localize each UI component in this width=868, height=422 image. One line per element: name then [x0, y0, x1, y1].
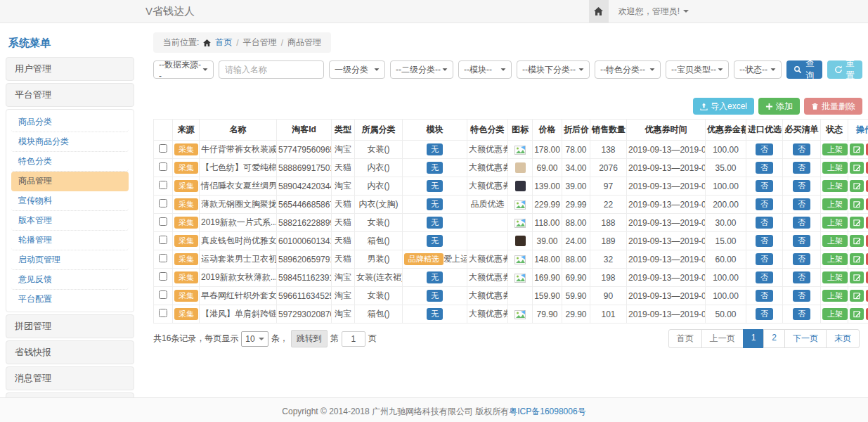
must-buy-toggle-button[interactable]: 否	[793, 180, 810, 192]
edit-button[interactable]	[850, 290, 864, 302]
sidebar-item-module-product-category[interactable]: 模块商品分类	[11, 132, 129, 152]
sidebar-group-order-management[interactable]: 订单管理	[6, 392, 134, 397]
status-button[interactable]: 上架	[822, 253, 848, 265]
search-button[interactable]: 查询	[786, 60, 822, 79]
must-buy-toggle-button[interactable]: 否	[793, 198, 810, 210]
jump-button[interactable]: 跳转到	[291, 330, 328, 347]
sidebar-item-carousel-management[interactable]: 轮播管理	[11, 231, 129, 250]
must-buy-toggle-button[interactable]: 否	[793, 271, 810, 283]
sidebar-group-user-management[interactable]: 用户管理	[6, 57, 134, 81]
edit-button[interactable]	[850, 253, 864, 265]
breadcrumb-home-link[interactable]: 首页	[215, 37, 232, 49]
imported-cell: 否	[746, 250, 783, 269]
import-excel-button[interactable]: 导入excel	[693, 98, 754, 115]
status-select[interactable]: --状态--	[734, 60, 782, 79]
edit-button[interactable]	[850, 235, 864, 247]
image-icon	[514, 217, 526, 227]
row-checkbox[interactable]	[159, 181, 167, 189]
must-buy-toggle-button[interactable]: 否	[793, 162, 810, 174]
sidebar-item-feature-category[interactable]: 特色分类	[11, 152, 129, 172]
status-button[interactable]: 上架	[822, 162, 848, 174]
row-checkbox[interactable]	[159, 162, 167, 171]
level2-category-select[interactable]: --二级分类--	[390, 60, 453, 79]
sidebar-group-platform-management[interactable]: 平台管理	[6, 83, 134, 107]
row-checkbox[interactable]	[159, 144, 167, 153]
page-button-末页[interactable]: 末页	[826, 329, 860, 348]
page-button-上一页[interactable]: 上一页	[701, 329, 744, 348]
imported-toggle-button[interactable]: 否	[756, 143, 773, 155]
status-button[interactable]: 上架	[822, 180, 848, 192]
sidebar-group-group-buy-management[interactable]: 拼团管理	[6, 314, 134, 338]
sidebar-item-splash-page-management[interactable]: 启动页管理	[11, 250, 129, 270]
ops-cell	[848, 177, 868, 196]
status-button[interactable]: 上架	[822, 143, 848, 155]
page-button-首页[interactable]: 首页	[668, 329, 702, 348]
must-buy-toggle-button[interactable]: 否	[793, 235, 810, 247]
user-menu[interactable]: 欢迎您，管理员!	[618, 6, 689, 18]
row-checkbox[interactable]	[159, 290, 167, 299]
icon-cell	[508, 269, 533, 287]
data-source-select[interactable]: --数据来源--	[153, 60, 214, 79]
imported-toggle-button[interactable]: 否	[756, 198, 773, 210]
row-checkbox[interactable]	[159, 199, 167, 207]
sidebar-group-message-management[interactable]: 消息管理	[6, 366, 134, 390]
imported-toggle-button[interactable]: 否	[756, 235, 773, 247]
page-number-input[interactable]	[342, 331, 365, 347]
must-buy-toggle-button[interactable]: 否	[793, 253, 810, 265]
status-button[interactable]: 上架	[822, 271, 848, 283]
per-page-select[interactable]: 10	[241, 331, 268, 347]
sidebar-item-version-management[interactable]: 版本管理	[11, 211, 129, 231]
module-select[interactable]: --模块--	[458, 60, 512, 79]
coupon-time-cell: 2019-09-13—2019-09-17	[627, 269, 706, 287]
sidebar-item-product-category[interactable]: 商品分类	[11, 113, 129, 132]
feature-category-select[interactable]: --特色分类--	[595, 60, 661, 79]
sidebar-item-product-management[interactable]: 商品管理	[11, 172, 129, 191]
item-type-select[interactable]: --宝贝类型--	[666, 60, 729, 79]
status-button[interactable]: 上架	[822, 198, 848, 210]
sidebar-group-saving-express[interactable]: 省钱快报	[6, 340, 134, 364]
imported-toggle-button[interactable]: 否	[756, 253, 773, 265]
add-button[interactable]: 添加	[758, 98, 800, 115]
edit-button[interactable]	[850, 198, 864, 210]
row-checkbox[interactable]	[159, 309, 167, 317]
page-button-1[interactable]: 1	[743, 329, 765, 348]
imported-toggle-button[interactable]: 否	[756, 308, 773, 320]
row-checkbox[interactable]	[159, 272, 167, 281]
edit-button[interactable]	[850, 162, 864, 174]
must-buy-toggle-button[interactable]: 否	[793, 290, 810, 302]
status-button[interactable]: 上架	[822, 235, 848, 247]
imported-toggle-button[interactable]: 否	[756, 217, 773, 229]
icon-cell	[508, 214, 533, 232]
sidebar-item-feedback[interactable]: 意见反馈	[11, 270, 129, 290]
name-input[interactable]	[219, 60, 324, 79]
page-button-2[interactable]: 2	[763, 329, 785, 348]
module-sub-category-select[interactable]: --模块下分类--	[517, 60, 590, 79]
edit-button[interactable]	[850, 308, 864, 320]
page-button-下一页[interactable]: 下一页	[784, 329, 827, 348]
must-buy-toggle-button[interactable]: 否	[793, 143, 810, 155]
edit-button[interactable]	[850, 180, 864, 192]
sidebar-item-platform-config[interactable]: 平台配置	[11, 290, 129, 309]
level1-category-select[interactable]: 一级分类	[329, 60, 385, 79]
imported-toggle-button[interactable]: 否	[756, 271, 773, 283]
batch-delete-button[interactable]: 批量删除	[804, 98, 862, 115]
reset-button[interactable]: 重置	[827, 60, 863, 79]
sidebar-item-promo-material[interactable]: 宣传物料	[11, 191, 129, 211]
imported-toggle-button[interactable]: 否	[756, 290, 773, 302]
imported-toggle-button[interactable]: 否	[756, 162, 773, 174]
row-checkbox[interactable]	[159, 217, 167, 226]
row-checkbox[interactable]	[159, 254, 167, 262]
row-checkbox[interactable]	[159, 236, 167, 244]
edit-button[interactable]	[850, 217, 864, 229]
edit-button[interactable]	[850, 271, 864, 283]
home-button[interactable]	[589, 0, 609, 23]
imported-toggle-button[interactable]: 否	[756, 180, 773, 192]
source-cell: 采集	[173, 177, 200, 196]
status-button[interactable]: 上架	[822, 290, 848, 302]
icp-link[interactable]: 粤ICP备16098006号	[509, 407, 585, 416]
status-button[interactable]: 上架	[822, 217, 848, 229]
must-buy-toggle-button[interactable]: 否	[793, 217, 810, 229]
must-buy-toggle-button[interactable]: 否	[793, 308, 810, 320]
edit-button[interactable]	[850, 143, 864, 155]
status-button[interactable]: 上架	[822, 308, 848, 320]
